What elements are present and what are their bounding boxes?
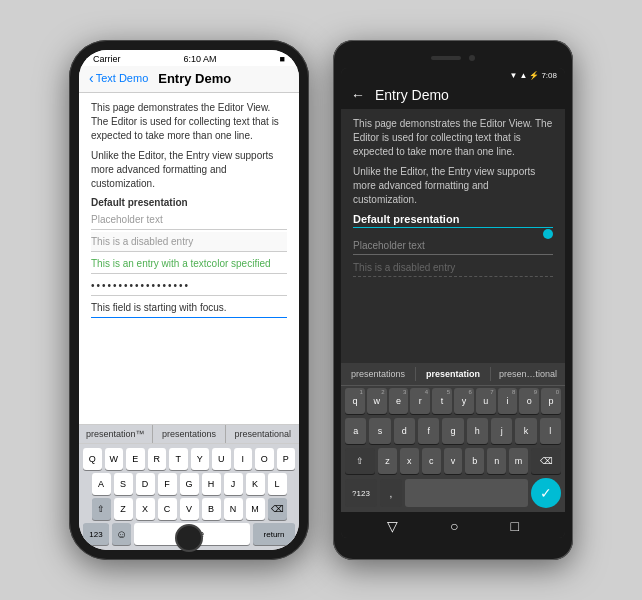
autocomplete-item-0[interactable]: presentation™ xyxy=(79,425,153,443)
battery-icon: ■ xyxy=(280,54,285,64)
kb-key-n[interactable]: N xyxy=(224,498,243,520)
android-para1: This page demonstrates the Editor View. … xyxy=(353,117,553,159)
android-nav-back[interactable]: ▽ xyxy=(387,518,398,534)
iphone-colored-field[interactable]: This is an entry with a textcolor specif… xyxy=(91,254,287,274)
kb-key-o[interactable]: O xyxy=(255,448,274,470)
android-content-area: This page demonstrates the Editor View. … xyxy=(341,109,565,363)
android-kb-o[interactable]: 9o xyxy=(519,388,539,414)
iphone-home-button[interactable] xyxy=(175,524,203,552)
android-kb-comma[interactable]: , xyxy=(380,479,402,507)
android-kb-i[interactable]: 8i xyxy=(498,388,518,414)
android-kb-k[interactable]: k xyxy=(515,418,536,444)
android-kb-u[interactable]: 7u xyxy=(476,388,496,414)
kb-key-c[interactable]: C xyxy=(158,498,177,520)
kb-key-m[interactable]: M xyxy=(246,498,265,520)
android-back-button[interactable]: ← xyxy=(351,87,365,103)
android-cursor xyxy=(543,229,553,239)
android-kb-e[interactable]: 3e xyxy=(389,388,409,414)
kb-key-i[interactable]: I xyxy=(234,448,253,470)
kb-key-d[interactable]: D xyxy=(136,473,155,495)
android-kb-y[interactable]: 6y xyxy=(454,388,474,414)
android-kb-a[interactable]: a xyxy=(345,418,366,444)
android-kb-g[interactable]: g xyxy=(442,418,463,444)
kb-key-q[interactable]: Q xyxy=(83,448,102,470)
android-kb-d[interactable]: d xyxy=(394,418,415,444)
autocomplete-item-1[interactable]: presentations xyxy=(153,425,227,443)
iphone-status-bar: Carrier 6:10 AM ■ xyxy=(79,50,299,66)
kb-123-key[interactable]: 123 xyxy=(83,523,109,545)
kb-delete-key[interactable]: ⌫ xyxy=(268,498,287,520)
kb-key-b[interactable]: B xyxy=(202,498,221,520)
iphone-section-header: Default presentation xyxy=(91,197,287,208)
back-label: Text Demo xyxy=(96,72,149,84)
autocomplete-item-2[interactable]: presentational xyxy=(226,425,299,443)
android-kb-l[interactable]: l xyxy=(540,418,561,444)
iphone-focus-field[interactable]: This field is starting with focus. xyxy=(91,298,287,318)
kb-return-key[interactable]: return xyxy=(253,523,295,545)
iphone-password-field[interactable]: •••••••••••••••••• xyxy=(91,276,287,296)
android-kb-done[interactable]: ✓ xyxy=(531,478,561,508)
iphone-page-title: Entry Demo xyxy=(158,71,231,86)
kb-key-x[interactable]: X xyxy=(136,498,155,520)
kb-emoji-key[interactable]: ☺ xyxy=(112,523,131,545)
kb-key-z[interactable]: Z xyxy=(114,498,133,520)
kb-key-t[interactable]: T xyxy=(169,448,188,470)
iphone-placeholder-field[interactable]: Placeholder text xyxy=(91,210,287,230)
kb-key-f[interactable]: F xyxy=(158,473,177,495)
android-kb-s[interactable]: s xyxy=(369,418,390,444)
android-kb-b[interactable]: b xyxy=(465,448,484,474)
android-kb-c[interactable]: c xyxy=(422,448,441,474)
kb-key-y[interactable]: Y xyxy=(191,448,210,470)
android-camera-bar xyxy=(341,48,565,68)
android-kb-h[interactable]: h xyxy=(467,418,488,444)
kb-key-h[interactable]: H xyxy=(202,473,221,495)
android-camera-dot xyxy=(469,55,475,61)
kb-key-j[interactable]: J xyxy=(224,473,243,495)
android-kb-space[interactable] xyxy=(405,479,528,507)
kb-key-s[interactable]: S xyxy=(114,473,133,495)
android-keyboard: 1q 2w 3e 4r 5t 6y xyxy=(341,386,565,512)
android-kb-r[interactable]: 4r xyxy=(410,388,430,414)
kb-key-v[interactable]: V xyxy=(180,498,199,520)
kb-key-l[interactable]: L xyxy=(268,473,287,495)
android-kb-q[interactable]: 1q xyxy=(345,388,365,414)
android-kb-delete[interactable]: ⌫ xyxy=(531,448,561,474)
android-autocomplete-1[interactable]: presentation xyxy=(416,367,491,381)
kb-key-a[interactable]: A xyxy=(92,473,111,495)
android-status-bar: ▼ ▲ ⚡ 7:08 xyxy=(341,68,565,81)
android-kb-x[interactable]: x xyxy=(400,448,419,474)
android-time: 7:08 xyxy=(541,71,557,80)
android-kb-123[interactable]: ?123 xyxy=(345,479,377,507)
android-kb-n[interactable]: n xyxy=(487,448,506,474)
android-kb-f[interactable]: f xyxy=(418,418,439,444)
kb-key-e[interactable]: E xyxy=(126,448,145,470)
android-kb-w[interactable]: 2w xyxy=(367,388,387,414)
kb-row-2: A S D F G H J K L xyxy=(83,473,295,495)
kb-row-1: Q W E R T Y U I O P xyxy=(83,448,295,470)
android-placeholder-field[interactable]: Placeholder text xyxy=(353,237,553,255)
kb-key-p[interactable]: P xyxy=(277,448,296,470)
kb-key-w[interactable]: W xyxy=(105,448,124,470)
kb-key-g[interactable]: G xyxy=(180,473,199,495)
carrier-label: Carrier xyxy=(93,54,121,64)
android-autocomplete-2[interactable]: presen…tional xyxy=(491,367,565,381)
android-kb-p[interactable]: 0p xyxy=(541,388,561,414)
kb-key-u[interactable]: U xyxy=(212,448,231,470)
android-kb-row-nums: 1q 2w 3e 4r 5t 6y xyxy=(341,386,565,416)
android-kb-j[interactable]: j xyxy=(491,418,512,444)
android-kb-z[interactable]: z xyxy=(378,448,397,474)
android-nav-home[interactable]: ○ xyxy=(450,518,458,534)
android-kb-v[interactable]: v xyxy=(444,448,463,474)
android-disabled-field: This is a disabled entry xyxy=(353,259,553,277)
android-kb-shift[interactable]: ⇧ xyxy=(345,448,375,474)
android-kb-t[interactable]: 5t xyxy=(432,388,452,414)
kb-shift-key[interactable]: ⇧ xyxy=(92,498,111,520)
kb-key-k[interactable]: K xyxy=(246,473,265,495)
android-para2: Unlike the Editor, the Entry view suppor… xyxy=(353,165,553,207)
android-status-icons: ▼ ▲ ⚡ 7:08 xyxy=(510,71,557,80)
back-button[interactable]: ‹ Text Demo xyxy=(89,70,148,86)
kb-key-r[interactable]: R xyxy=(148,448,167,470)
android-autocomplete-0[interactable]: presentations xyxy=(341,367,416,381)
android-nav-recent[interactable]: □ xyxy=(511,518,519,534)
android-kb-m[interactable]: m xyxy=(509,448,528,474)
